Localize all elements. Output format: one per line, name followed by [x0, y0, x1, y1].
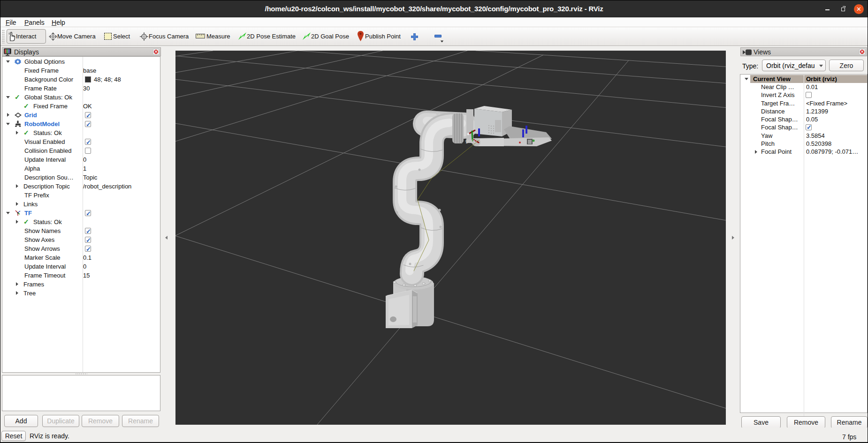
svg-text:gripp: gripp — [465, 138, 477, 143]
